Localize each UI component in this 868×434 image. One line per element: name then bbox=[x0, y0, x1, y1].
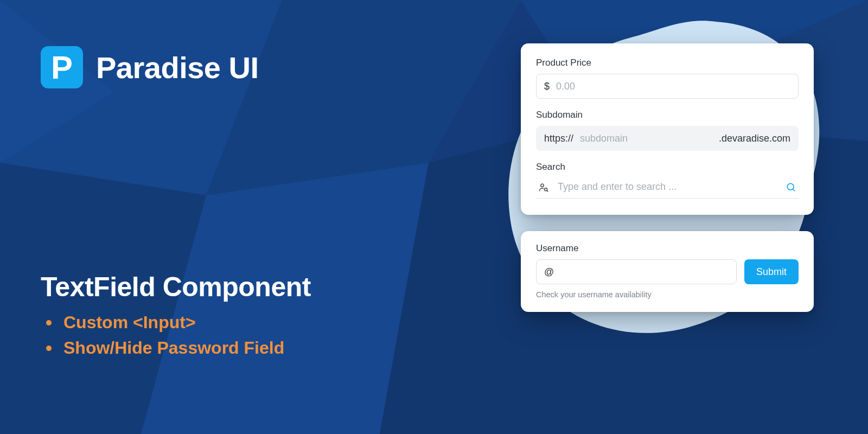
search-label: Search bbox=[536, 162, 799, 173]
search-field: Search bbox=[536, 162, 799, 199]
examples-card: Product Price $ Subdomain https:// .deva… bbox=[521, 43, 814, 215]
subdomain-field: Subdomain https:// .devaradise.com bbox=[536, 110, 799, 151]
feature-bullet: Show/Hide Password Field bbox=[41, 338, 472, 358]
username-helper: Check your username availability bbox=[536, 290, 799, 299]
subdomain-input[interactable] bbox=[580, 126, 712, 150]
brand-name: Paradise UI bbox=[96, 50, 259, 85]
username-card: Username @ Submit Check your username av… bbox=[521, 231, 814, 312]
price-input[interactable] bbox=[556, 74, 790, 98]
search-input[interactable] bbox=[558, 181, 777, 193]
subdomain-label: Subdomain bbox=[536, 110, 799, 120]
brand-logo-row: P Paradise UI bbox=[41, 46, 472, 88]
username-label: Username bbox=[536, 243, 799, 254]
at-icon: @ bbox=[544, 266, 554, 278]
brand-logo-icon: P bbox=[41, 46, 83, 88]
brand-logo-letter: P bbox=[51, 49, 73, 86]
price-label: Product Price bbox=[536, 58, 799, 68]
search-input-wrap[interactable] bbox=[536, 178, 799, 199]
subdomain-prefix: https:// bbox=[544, 133, 573, 144]
dollar-icon: $ bbox=[544, 81, 550, 92]
feature-bullet: Custom <Input> bbox=[41, 312, 472, 333]
price-field: Product Price $ bbox=[536, 58, 799, 99]
price-input-wrap[interactable]: $ bbox=[536, 74, 799, 99]
svg-point-8 bbox=[541, 184, 544, 187]
username-input-wrap[interactable]: @ bbox=[536, 259, 737, 284]
feature-bullets: Custom <Input> Show/Hide Password Field bbox=[41, 312, 472, 358]
person-search-icon bbox=[538, 182, 549, 193]
subdomain-input-wrap[interactable]: https:// .devaradise.com bbox=[536, 126, 799, 151]
search-icon[interactable] bbox=[786, 182, 796, 193]
username-input[interactable] bbox=[560, 260, 729, 284]
submit-button[interactable]: Submit bbox=[744, 259, 799, 284]
page-title: TextField Component bbox=[41, 271, 472, 303]
subdomain-suffix: .devaradise.com bbox=[719, 133, 790, 144]
